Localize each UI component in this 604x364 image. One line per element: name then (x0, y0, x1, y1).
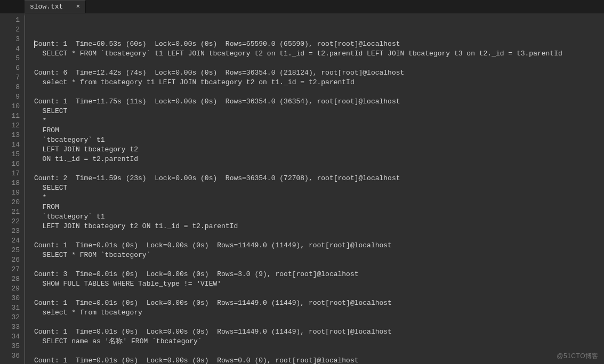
editor: 1234567891011121314151617181920212223242… (0, 13, 604, 364)
code-line[interactable]: SELECT * FROM `tbcategory` t1 LEFT JOIN … (28, 49, 604, 59)
code-line[interactable]: Count: 1 Time=0.01s (0s) Lock=0.00s (0s)… (28, 241, 604, 250)
code-line[interactable]: Count: 1 Time=0.01s (0s) Lock=0.00s (0s)… (28, 356, 604, 364)
code-line[interactable]: Count: 6 Time=12.42s (74s) Lock=0.00s (0… (28, 68, 604, 78)
watermark: @51CTO博客 (557, 352, 599, 361)
line-number: 29 (0, 284, 20, 294)
line-number: 21 (0, 207, 20, 217)
code-line[interactable]: Count: 1 Time=0.01s (0s) Lock=0.00s (0s)… (28, 327, 604, 337)
line-number: 20 (0, 198, 20, 207)
line-number: 24 (0, 236, 20, 246)
line-number: 5 (0, 54, 20, 63)
line-number: 28 (0, 274, 20, 284)
line-number: 7 (0, 73, 20, 83)
line-number: 30 (0, 294, 20, 303)
tab-gutter-spacer (0, 0, 25, 13)
line-number: 17 (0, 169, 20, 179)
line-number-gutter: 1234567891011121314151617181920212223242… (0, 13, 25, 364)
code-line[interactable]: Count: 1 Time=60.53s (60s) Lock=0.00s (0… (28, 39, 604, 49)
line-number: 32 (0, 313, 20, 322)
line-number: 10 (0, 102, 20, 111)
tab-bar: slow.txt × (0, 0, 604, 13)
code-line[interactable]: * (28, 116, 604, 126)
line-number: 35 (0, 342, 20, 351)
code-line[interactable]: FROM (28, 203, 604, 212)
line-number: 19 (0, 188, 20, 198)
line-number: 25 (0, 246, 20, 255)
code-line[interactable]: Count: 2 Time=11.59s (23s) Lock=0.00s (0… (28, 174, 604, 183)
fold-guide (25, 15, 25, 364)
code-line[interactable]: select * from tbcategory (28, 308, 604, 318)
code-line[interactable] (28, 289, 604, 298)
line-number: 6 (0, 63, 20, 73)
line-number: 34 (0, 332, 20, 342)
line-number: 1 (0, 15, 20, 25)
line-number: 12 (0, 121, 20, 131)
code-line[interactable]: SELECT (28, 107, 604, 116)
line-number: 22 (0, 217, 20, 227)
line-number: 33 (0, 322, 20, 332)
code-line[interactable] (28, 59, 604, 68)
file-tab-slow-txt[interactable]: slow.txt × (25, 0, 86, 13)
line-number: 31 (0, 303, 20, 313)
code-line[interactable]: Count: 3 Time=0.01s (0s) Lock=0.00s (0s)… (28, 270, 604, 279)
code-line[interactable]: select * from tbcategory t1 LEFT JOIN tb… (28, 78, 604, 87)
text-cursor (34, 41, 35, 48)
tab-title: slow.txt (30, 3, 63, 11)
code-line[interactable]: ON t1._id = t2.parentId (28, 155, 604, 164)
code-line[interactable]: * (28, 193, 604, 203)
code-line[interactable]: SELECT * FROM `tbcategory` (28, 250, 604, 260)
line-number: 36 (0, 351, 20, 361)
code-line[interactable] (28, 164, 604, 174)
line-number: 4 (0, 44, 20, 54)
code-line[interactable]: SHOW FULL TABLES WHERE Table_type != 'VI… (28, 279, 604, 289)
line-number: 15 (0, 150, 20, 159)
line-number: 26 (0, 255, 20, 265)
code-line[interactable]: SELECT name as '名称' FROM `tbcategory` (28, 337, 604, 346)
code-line[interactable]: FROM (28, 126, 604, 135)
line-number: 18 (0, 179, 20, 188)
code-line[interactable]: Count: 1 Time=0.01s (0s) Lock=0.00s (0s)… (28, 298, 604, 308)
code-line[interactable] (28, 231, 604, 241)
line-number: 16 (0, 159, 20, 169)
code-line[interactable]: Count: 1 Time=11.75s (11s) Lock=0.00s (0… (28, 97, 604, 107)
line-number: 13 (0, 131, 20, 140)
code-line[interactable] (28, 87, 604, 97)
line-number: 2 (0, 25, 20, 35)
line-number: 9 (0, 92, 20, 102)
line-number: 3 (0, 35, 20, 44)
code-line[interactable] (28, 260, 604, 270)
code-line[interactable]: `tbcategory` t1 (28, 212, 604, 222)
line-number: 14 (0, 140, 20, 150)
line-number: 8 (0, 83, 20, 92)
line-number: 11 (0, 111, 20, 121)
code-line[interactable]: SELECT (28, 183, 604, 193)
code-line[interactable] (28, 346, 604, 356)
code-line[interactable]: `tbcategory` t1 (28, 135, 604, 145)
code-line[interactable]: LEFT JOIN tbcategory t2 ON t1._id = t2.p… (28, 222, 604, 231)
code-line[interactable] (28, 318, 604, 327)
line-number: 27 (0, 265, 20, 274)
code-area[interactable]: Count: 1 Time=60.53s (60s) Lock=0.00s (0… (25, 13, 604, 364)
code-line[interactable]: LEFT JOIN tbcategory t2 (28, 145, 604, 155)
line-number: 23 (0, 227, 20, 236)
close-icon[interactable]: × (76, 3, 80, 11)
